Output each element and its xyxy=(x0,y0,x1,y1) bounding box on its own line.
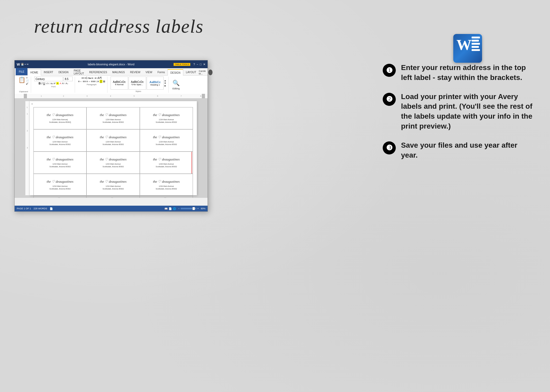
tab-view[interactable]: VIEW xyxy=(143,69,155,75)
style-no-space-name: ¶ No Spac... xyxy=(131,83,143,86)
align-center[interactable]: ≡≡ xyxy=(83,80,86,83)
indent-decrease[interactable]: ⇤ xyxy=(91,77,94,79)
instructions-panel: ❶ Enter your return address in the top l… xyxy=(383,63,534,169)
print-layout-icon[interactable]: 📄 xyxy=(169,207,172,210)
label-addr-1-1: 1234 Main Avenue|Scottsdale, Arizona 853… xyxy=(49,118,71,124)
label-cell-2-1[interactable]: the ♡ deaugustines 1234 Main AvenueScott… xyxy=(33,129,87,152)
editing-label: Editing xyxy=(173,87,180,90)
label-name-5-2: the ♡ dea... xyxy=(88,197,138,198)
ribbon-content: 📋 ✂ 📄 🖌 Clipboard Century 8.5 xyxy=(15,76,208,94)
styles-scroll-up[interactable]: ▲ xyxy=(164,79,166,82)
label-name-3-1: the ♡ deaugustines xyxy=(47,157,73,162)
style-no-space-button[interactable]: AaBbCcDc ¶ No Spac... xyxy=(129,77,146,90)
read-mode-icon[interactable]: 📖 xyxy=(164,207,168,210)
label-name-1-3: the ♡ deaugustines xyxy=(153,113,180,117)
label-cell-3-2[interactable]: the ♡ deaugustines 1234 Main AvenueScott… xyxy=(87,152,140,174)
align-right[interactable]: ≡→ xyxy=(87,80,91,83)
label-cell-4-3[interactable]: the ♡ deaugustines 1234 Main AvenueScott… xyxy=(140,174,193,196)
zoom-plus[interactable]: + xyxy=(197,207,199,210)
sort-button[interactable]: ↕A xyxy=(97,77,100,79)
shading-button[interactable]: ▒ xyxy=(100,80,102,83)
zoom-slider[interactable] xyxy=(181,208,196,209)
tab-home[interactable]: HOME xyxy=(27,69,41,76)
avatar xyxy=(208,70,213,75)
label-cell-4-2[interactable]: the ♡ deaugustines 1234 Main AvenueScott… xyxy=(87,174,140,196)
label-addr-3-2: 1234 Main AvenueScottsdale, Arizona 8530… xyxy=(102,163,124,168)
font-name-box[interactable]: Century xyxy=(34,77,63,81)
tab-forms[interactable]: Forms xyxy=(155,69,167,75)
tab-table-design[interactable]: DESIGN xyxy=(168,69,183,76)
label-row-2: the ♡ deaugustines 1234 Main AvenueScott… xyxy=(33,129,193,152)
zoom-thumb xyxy=(192,207,195,210)
paste-icon[interactable]: 📋 xyxy=(18,77,25,85)
label-cell-2-2[interactable]: the ♡ deaugustines 1234 Main AvenueScott… xyxy=(87,129,140,152)
tab-mailings[interactable]: MAILINGS xyxy=(110,69,128,75)
tab-insert[interactable]: INSERT xyxy=(41,69,56,75)
tab-design[interactable]: DESIGN xyxy=(56,69,71,75)
window-title: labels-blooming elegant.docx - Word xyxy=(88,63,134,66)
bracket-marker: ✛ xyxy=(31,103,33,105)
instruction-2: ❷ Load your printer with your Avery labe… xyxy=(383,92,534,131)
ribbon-tabs: FILE HOME INSERT DESIGN PAGE LAYOUT REFE… xyxy=(15,68,208,76)
restore-button[interactable]: □ xyxy=(200,63,202,66)
numbered-button[interactable]: ≡1 xyxy=(84,77,87,79)
indent-increase[interactable]: ⇥ xyxy=(94,77,96,79)
borders-button[interactable]: ⊞ xyxy=(103,80,105,83)
instruction-number-1: ❶ xyxy=(383,64,396,77)
style-heading-button[interactable]: AaBbCc Heading 1 xyxy=(147,77,164,90)
instruction-text-2: Load your printer with your Avery labels… xyxy=(401,92,534,131)
label-name-2-3: the ♡ deaugustines xyxy=(153,135,180,140)
close-button[interactable]: ✕ xyxy=(203,63,205,66)
format-painter-icon[interactable]: 🖌 xyxy=(26,82,29,85)
minimize-button[interactable]: − xyxy=(197,63,198,66)
label-addr-2-2: 1234 Main AvenueScottsdale, Arizona 8530… xyxy=(102,141,124,146)
justify[interactable]: ≡≡≡ xyxy=(91,80,96,83)
label-addr-2-1: 1234 Main AvenueScottsdale, Arizona 8530… xyxy=(49,141,71,146)
font-size-box[interactable]: 8.5 xyxy=(64,77,73,81)
underline-button[interactable]: U xyxy=(43,82,45,85)
label-cell-1-3[interactable]: the ♡ deaugustines 1234 Main AvenueScott… xyxy=(140,107,193,129)
style-normal-button[interactable]: AaBbCcDc ¶ Normal xyxy=(111,77,128,90)
font-size-increase[interactable]: A↑ xyxy=(62,82,65,85)
quick-access: 💾 ↩ ▾ xyxy=(21,63,28,66)
tab-layout[interactable]: LAYOUT xyxy=(183,69,199,75)
subscript-button[interactable]: x₂ xyxy=(50,82,53,85)
bold-button[interactable]: B xyxy=(39,82,41,85)
clipboard-buttons: 📋 ✂ 📄 🖌 xyxy=(18,77,29,90)
label-cell-2-3[interactable]: the ♡ deaugustines 1234 Main AvenueScott… xyxy=(140,129,193,152)
label-cell-1-1[interactable]: the ♡ deaugustines 1234 Main Avenue|Scot… xyxy=(33,107,87,129)
label-cell-3-1[interactable]: the ♡ deaugustines 1234 Main AvenueScott… xyxy=(33,152,87,174)
tab-file[interactable]: FILE xyxy=(16,68,27,75)
styles-expand[interactable]: ⊞ xyxy=(164,85,166,87)
show-formatting[interactable]: ¶ xyxy=(100,77,101,79)
user-area: Carole M... xyxy=(199,70,214,75)
line-spacing[interactable]: ↕≡ xyxy=(96,80,99,83)
page-title: return address labels xyxy=(34,16,204,37)
style-heading-label: AaBbCc xyxy=(150,80,161,84)
multi-level-button[interactable]: ≡▸ xyxy=(88,77,91,79)
highlight-button[interactable]: A xyxy=(56,82,59,85)
tab-review[interactable]: REVIEW xyxy=(127,69,143,75)
tab-page-layout[interactable]: PAGE LAYOUT xyxy=(71,69,87,75)
tab-references[interactable]: REFERENCES xyxy=(87,69,110,75)
web-layout-icon[interactable]: 🌐 xyxy=(173,207,176,210)
align-left[interactable]: ≡← xyxy=(78,80,82,83)
styles-scroll-down[interactable]: ▼ xyxy=(164,82,166,84)
superscript-button[interactable]: x² xyxy=(54,82,56,85)
label-cell-3-3[interactable]: the ♡ deaugustines 1234 Main AvenueScott… xyxy=(140,152,193,174)
italic-button[interactable]: I xyxy=(42,82,42,85)
paragraph-label: Paragraph xyxy=(87,83,96,86)
font-size-decrease[interactable]: A↓ xyxy=(66,82,68,85)
label-cell-1-2[interactable]: the ♡ deaugustines 1234 Main AvenueScott… xyxy=(87,107,140,129)
zoom-minus[interactable]: − xyxy=(178,207,179,210)
clipboard-label: Clipboard xyxy=(19,90,28,93)
cut-icon[interactable]: ✂ xyxy=(26,77,29,79)
copy-icon[interactable]: 📄 xyxy=(26,79,29,82)
label-name-3-2: the ♡ deaugustines xyxy=(100,157,127,162)
editing-icon: 🔍 xyxy=(173,80,180,87)
font-color-button[interactable]: A xyxy=(60,82,61,85)
bullets-button[interactable]: ≡• xyxy=(82,77,84,79)
strikethrough-button[interactable]: abc xyxy=(46,82,50,85)
label-cell-4-1[interactable]: the ♡ deaugustines 1234 Main AvenueScott… xyxy=(33,174,87,196)
align-buttons: ≡← ≡≡ ≡→ ≡≡≡ ↕≡ ▒ ⊞ xyxy=(78,80,105,83)
